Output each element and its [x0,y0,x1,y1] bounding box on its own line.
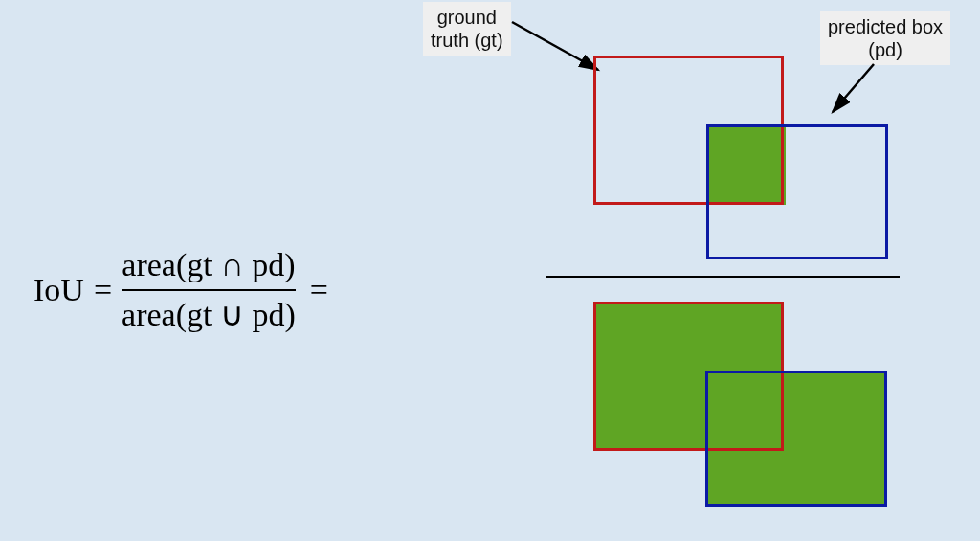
formula-lhs: IoU [33,272,84,308]
label-predicted-box: predicted box (pd) [820,11,950,65]
label-ground-truth: ground truth (gt) [423,2,511,56]
iou-formula: IoU = area(gt ∩ pd) area(gt ∪ pd) = [33,244,338,336]
label-pd-line2: (pd) [868,39,902,60]
svg-line-0 [512,22,598,70]
svg-line-1 [833,64,874,112]
pd-box-numerator [706,124,888,259]
fraction: area(gt ∩ pd) area(gt ∪ pd) [122,244,296,336]
label-gt-line2: truth (gt) [431,30,503,51]
equals-2: = [310,272,328,308]
label-gt-line1: ground [437,7,497,28]
formula-denominator: area(gt ∪ pd) [122,294,296,336]
label-pd-line1: predicted box [828,16,943,37]
visual-fraction-bar [546,276,900,278]
arrow-to-pd [821,59,888,126]
pd-box-denominator [705,371,887,507]
equals-1: = [94,272,112,308]
formula-numerator: area(gt ∩ pd) [122,244,295,286]
fraction-bar [122,289,296,291]
